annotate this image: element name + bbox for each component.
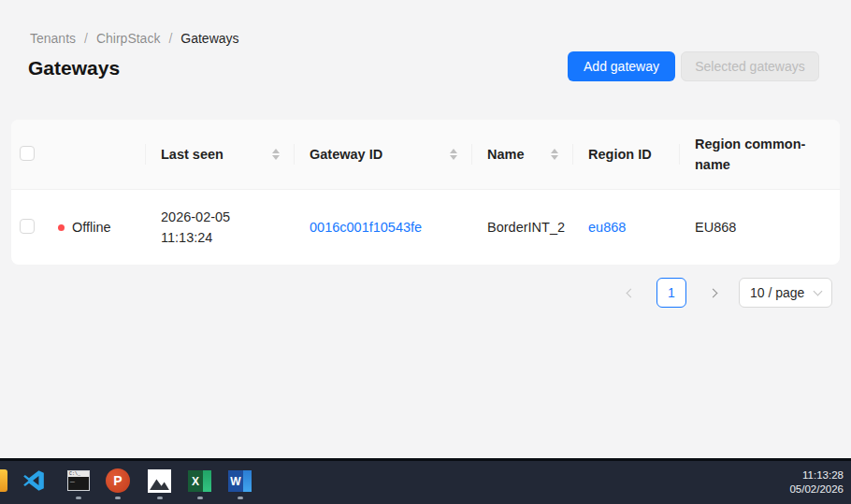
terminal-prompt: _ xyxy=(68,477,89,482)
column-header-region-id: Region ID xyxy=(573,147,680,162)
powerpoint-letter: P xyxy=(113,473,122,488)
column-label-region-common-name: Region common-name xyxy=(695,137,805,172)
row-select-cell xyxy=(11,219,52,237)
name-cell: BorderINT_2 xyxy=(472,220,573,235)
powerpoint-icon[interactable]: P xyxy=(106,468,130,493)
column-header-region-common-name: Region common-name xyxy=(680,134,840,175)
excel-icon[interactable]: X xyxy=(188,470,211,492)
chevron-down-icon xyxy=(814,287,823,296)
column-header-name[interactable]: Name xyxy=(472,147,573,162)
word-sheet xyxy=(243,470,252,492)
word-letter: W xyxy=(228,470,243,492)
sort-icon xyxy=(551,149,558,160)
region-common-name-cell: EU868 xyxy=(680,220,840,235)
word-icon[interactable]: W xyxy=(228,470,252,492)
column-label-gateway-id: Gateway ID xyxy=(310,147,382,162)
region-id-cell: eu868 xyxy=(573,220,680,235)
vscode-icon[interactable] xyxy=(22,468,46,493)
offline-status-dot-icon xyxy=(58,224,65,231)
breadcrumb-tenants[interactable]: Tenants xyxy=(30,31,76,46)
excel-letter: X xyxy=(188,470,203,492)
status-text: Offline xyxy=(72,220,111,235)
page-size-value: 10 / page xyxy=(750,285,804,300)
running-indicator xyxy=(157,497,163,499)
chirpstack-gateways-page: Tenants / ChirpStack / Gateways Gateways… xyxy=(0,0,851,504)
gateways-table: Last seen Gateway ID Name Region ID Regi… xyxy=(11,120,840,265)
page-title: Gateways xyxy=(28,57,120,79)
file-explorer-icon[interactable] xyxy=(0,469,7,492)
status-cell: Offline xyxy=(52,220,146,235)
prev-page-button[interactable] xyxy=(615,278,645,308)
chevron-right-icon xyxy=(708,288,717,297)
add-gateway-button[interactable]: Add gateway xyxy=(568,51,675,81)
last-seen-cell: 2026-02-05 11:13:24 xyxy=(146,207,295,248)
column-label-region-id: Region ID xyxy=(588,147,652,162)
breadcrumb-separator: / xyxy=(168,31,172,46)
sort-icon xyxy=(272,149,280,160)
clock-date: 05/02/2026 xyxy=(789,482,844,497)
mountains-glyph xyxy=(148,469,171,493)
running-indicator xyxy=(197,497,203,499)
pagination: 1 10 / page xyxy=(615,278,832,308)
breadcrumb-gateways: Gateways xyxy=(180,31,238,46)
row-checkbox[interactable] xyxy=(20,219,35,234)
column-header-gateway-id[interactable]: Gateway ID xyxy=(295,147,472,162)
next-page-button[interactable] xyxy=(698,278,728,308)
region-id-link[interactable]: eu868 xyxy=(588,220,626,235)
column-header-last-seen[interactable]: Last seen xyxy=(146,147,295,162)
taskbar: C:\_ _ P X W 11:13:28 05/02/2026 xyxy=(0,458,851,504)
running-indicator xyxy=(238,497,243,499)
excel-sheet xyxy=(203,470,211,492)
column-label-name: Name xyxy=(487,147,525,162)
select-all-cell xyxy=(11,146,52,164)
terminal-icon[interactable]: C:\_ _ xyxy=(67,470,90,491)
page-1-button[interactable]: 1 xyxy=(656,278,686,308)
running-indicator xyxy=(76,497,81,499)
table-header-row: Last seen Gateway ID Name Region ID Regi… xyxy=(11,120,840,190)
taskbar-clock[interactable]: 11:13:28 05/02/2026 xyxy=(789,461,844,504)
clock-time: 11:13:28 xyxy=(789,468,844,482)
gateway-id-cell: 0016c001f10543fe xyxy=(295,220,472,235)
page-size-select[interactable]: 10 / page xyxy=(739,278,832,308)
breadcrumb-separator: / xyxy=(84,31,88,46)
breadcrumb-chirpstack[interactable]: ChirpStack xyxy=(96,31,160,46)
selected-gateways-button[interactable]: Selected gateways xyxy=(681,51,819,81)
running-indicator xyxy=(115,497,121,499)
sort-icon xyxy=(450,149,457,160)
chevron-left-icon xyxy=(626,288,635,297)
select-all-checkbox[interactable] xyxy=(20,146,35,161)
photos-icon[interactable] xyxy=(148,469,171,493)
table-row: Offline 2026-02-05 11:13:24 0016c001f105… xyxy=(11,190,840,265)
breadcrumb: Tenants / ChirpStack / Gateways xyxy=(30,31,239,46)
gateway-id-link[interactable]: 0016c001f10543fe xyxy=(310,220,422,235)
column-label-last-seen: Last seen xyxy=(161,147,224,162)
